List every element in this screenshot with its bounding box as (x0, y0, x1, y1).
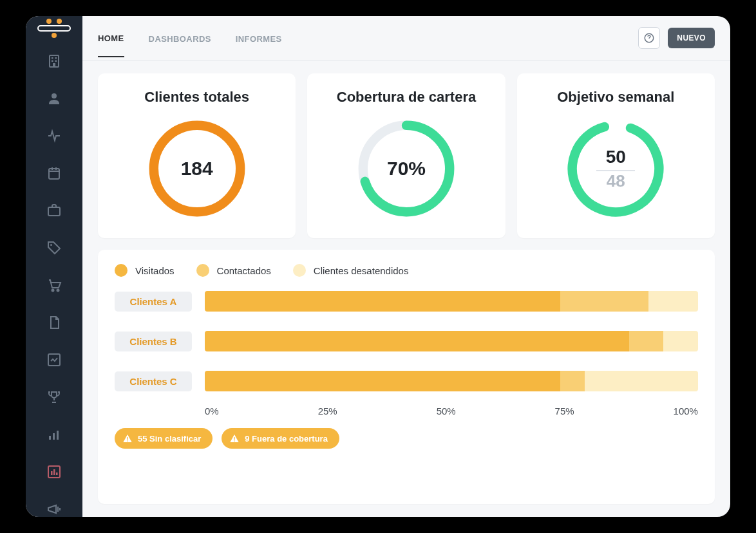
svg-rect-25 (127, 437, 128, 440)
axis-tick: 25% (318, 406, 337, 416)
bar-segment (629, 331, 664, 351)
card-value: 70% (387, 158, 426, 180)
svg-rect-17 (51, 471, 53, 475)
bar-segment (585, 371, 698, 391)
bar-segment (205, 371, 560, 391)
card-title: Objetivo semanal (557, 89, 674, 106)
help-button[interactable] (638, 27, 660, 49)
activity-icon[interactable] (46, 128, 62, 144)
card-target: 48 (607, 171, 625, 191)
x-axis: 0% 25% 50% 75% 100% (115, 406, 698, 416)
bar-row: Clientes C (115, 371, 698, 391)
tab-informes[interactable]: INFORMES (236, 20, 282, 57)
card-objetivo: Objetivo semanal 50 48 (517, 73, 715, 238)
calendar-icon[interactable] (46, 165, 62, 181)
legend-desatendidos: Clientes desatendidos (293, 264, 409, 277)
svg-rect-28 (234, 440, 235, 441)
svg-rect-7 (49, 169, 59, 179)
user-icon[interactable] (46, 91, 62, 106)
card-clientes-totales: Clientes totales 184 (98, 73, 296, 238)
svg-rect-27 (234, 437, 235, 440)
svg-rect-13 (49, 436, 51, 440)
bars-area: Clientes AClientes BClientes C (115, 291, 698, 391)
bar-track (205, 331, 698, 351)
app-frame: HOME DASHBOARDS INFORMES NUEVO Clientes … (26, 16, 730, 517)
company-icon[interactable] (46, 53, 62, 69)
chip-sin-clasificar[interactable]: 55 Sin clasificar (115, 428, 213, 449)
svg-rect-26 (127, 440, 128, 441)
trophy-icon[interactable] (46, 389, 62, 405)
axis-tick: 75% (555, 406, 574, 416)
clients-chart-panel: Visitados Contactados Clientes desatendi… (98, 250, 715, 504)
kpi-cards: Clientes totales 184 Cobertura de carter… (82, 61, 730, 238)
bar-segment (663, 331, 698, 351)
bar-track (205, 371, 698, 391)
card-title: Clientes totales (144, 89, 249, 106)
dashboard-icon[interactable] (46, 464, 62, 480)
legend-contactados: Contactados (196, 264, 271, 277)
bar-label: Clientes C (115, 371, 192, 391)
chip-label: 9 Fuera de cobertura (245, 434, 328, 444)
cart-icon[interactable] (46, 277, 62, 293)
document-icon[interactable] (46, 315, 62, 330)
bar-label: Clientes A (115, 292, 192, 312)
svg-rect-14 (53, 433, 55, 440)
chip-label: 55 Sin clasificar (138, 434, 201, 444)
svg-point-6 (52, 93, 57, 98)
svg-rect-5 (53, 63, 55, 66)
svg-rect-3 (52, 61, 53, 62)
axis-tick: 100% (674, 406, 698, 416)
bar-segment (560, 371, 585, 391)
axis-tick: 50% (437, 406, 456, 416)
axis-tick: 0% (205, 406, 219, 416)
svg-point-9 (50, 244, 52, 246)
briefcase-icon[interactable] (46, 203, 62, 218)
bar-row: Clientes B (115, 331, 698, 351)
tag-icon[interactable] (46, 240, 62, 256)
svg-rect-18 (53, 469, 55, 475)
bar-segment (648, 291, 698, 312)
app-logo[interactable] (37, 25, 71, 32)
bars-icon[interactable] (46, 427, 62, 442)
chart-legend: Visitados Contactados Clientes desatendi… (115, 264, 698, 277)
bar-row: Clientes A (115, 291, 698, 312)
tab-dashboards[interactable]: DASHBOARDS (149, 20, 211, 57)
new-button[interactable]: NUEVO (668, 28, 715, 48)
bar-segment (205, 331, 629, 351)
legend-visitados: Visitados (115, 264, 175, 277)
svg-point-11 (57, 290, 59, 292)
trend-icon[interactable] (46, 352, 62, 368)
svg-rect-1 (52, 57, 53, 59)
chip-fuera-cobertura[interactable]: 9 Fuera de cobertura (222, 428, 339, 449)
bar-track (205, 291, 698, 312)
card-title: Cobertura de cartera (337, 89, 476, 106)
bar-segment (205, 291, 560, 312)
tab-home[interactable]: HOME (98, 19, 124, 57)
tabs: HOME DASHBOARDS INFORMES (98, 19, 282, 57)
svg-point-10 (52, 290, 54, 292)
bar-segment (560, 291, 649, 312)
topbar: HOME DASHBOARDS INFORMES NUEVO (82, 16, 730, 61)
sidebar (26, 16, 82, 517)
warning-chips: 55 Sin clasificar 9 Fuera de cobertura (115, 428, 698, 449)
card-value: 184 (181, 158, 213, 180)
megaphone-icon[interactable] (46, 501, 62, 517)
main-area: HOME DASHBOARDS INFORMES NUEVO Clientes … (82, 16, 730, 517)
svg-rect-19 (56, 472, 58, 475)
svg-rect-4 (55, 61, 57, 62)
card-value: 50 (606, 147, 626, 167)
svg-rect-2 (55, 57, 57, 59)
svg-rect-8 (48, 207, 60, 216)
svg-rect-15 (57, 431, 59, 440)
card-cobertura: Cobertura de cartera 70% (307, 73, 505, 238)
bar-label: Clientes B (115, 332, 192, 351)
